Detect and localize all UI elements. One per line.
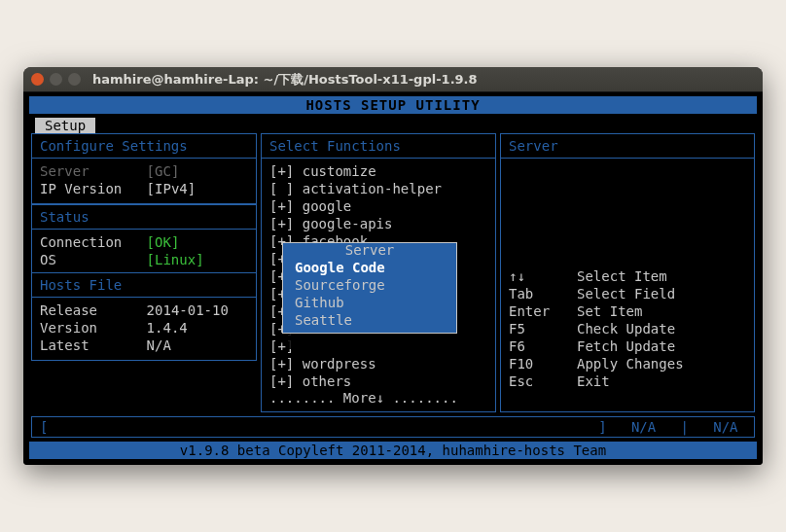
status-conn-label: Connection — [40, 234, 122, 250]
help-key: Esc — [509, 372, 577, 390]
hostsfile-title: Hosts File — [40, 277, 248, 293]
help-key: Enter — [509, 302, 577, 320]
popup-item[interactable]: Sourceforge — [283, 276, 456, 294]
help-row: F6Fetch Update — [509, 337, 746, 355]
help-row: F10Apply Changes — [509, 355, 746, 372]
config-server-row[interactable]: Server [GC] — [40, 162, 248, 180]
app-window: hamhire@hamhire-Lap: ~/下载/HostsTool-x11-… — [23, 67, 763, 465]
help-row: EnterSet Item — [509, 302, 746, 320]
status-right: ] N/A | N/A — [598, 419, 746, 435]
config-ipver-label: IP Version — [40, 181, 122, 196]
status-bar: [ ] N/A | N/A — [31, 416, 755, 438]
configure-settings-title: Configure Settings — [40, 138, 248, 154]
tab-setup[interactable]: Setup — [35, 118, 95, 133]
help-label: Exit — [577, 372, 610, 390]
status-title: Status — [40, 209, 248, 225]
config-ipver-value: [IPv4] — [147, 181, 196, 196]
help-label: Fetch Update — [577, 337, 675, 355]
help-row: F5Check Update — [509, 320, 746, 337]
divider — [32, 272, 256, 273]
divider — [32, 297, 256, 298]
help-key: Tab — [509, 285, 577, 302]
server-help-panel: Server ↑↓Select ItemTabSelect FieldEnter… — [500, 133, 755, 412]
popup-item[interactable]: Google Code — [283, 259, 456, 276]
help-list: ↑↓Select ItemTabSelect FieldEnterSet Ite… — [509, 267, 746, 390]
function-item[interactable]: [+] others — [269, 372, 487, 390]
popup-item[interactable]: Github — [283, 294, 456, 311]
divider — [32, 229, 256, 230]
window-maximize-button[interactable] — [68, 73, 81, 86]
app-header: HOSTS SETUP UTILITY — [29, 96, 757, 114]
hf-latest-row: Latest N/A — [40, 337, 248, 354]
window-title: hamhire@hamhire-Lap: ~/下载/HostsTool-x11-… — [92, 71, 478, 89]
divider — [262, 158, 495, 159]
left-column: Configure Settings Server [GC] IP Versio… — [29, 133, 259, 412]
config-server-value: [GC] — [147, 163, 180, 179]
function-item[interactable]: [+] google — [269, 197, 487, 215]
panels: Configure Settings Server [GC] IP Versio… — [29, 133, 757, 412]
help-key: F10 — [509, 355, 577, 372]
select-functions-title: Select Functions — [269, 138, 487, 154]
help-key: F6 — [509, 337, 577, 355]
help-label: Check Update — [577, 320, 675, 337]
help-key: ↑↓ — [509, 267, 577, 285]
popup-body: Server Google CodeSourceforgeGithubSeatt… — [282, 242, 457, 334]
status-conn-row: Connection [OK] — [40, 233, 248, 251]
hf-version-label: Version — [40, 320, 97, 336]
divider — [32, 158, 256, 159]
footer: v1.9.8 beta Copyleft 2011-2014, huhamhir… — [29, 442, 757, 459]
help-label: Select Item — [577, 267, 667, 285]
hf-latest-value: N/A — [147, 337, 171, 353]
server-spacer — [509, 162, 746, 267]
hf-version-value: 1.4.4 — [147, 320, 188, 336]
help-row: EscExit — [509, 372, 746, 390]
help-label: Apply Changes — [577, 355, 684, 372]
titlebar[interactable]: hamhire@hamhire-Lap: ~/下载/HostsTool-x11-… — [23, 67, 763, 92]
status-conn-value: [OK] — [147, 234, 180, 250]
help-row: ↑↓Select Item — [509, 267, 746, 285]
status-panel: Status Connection [OK] OS [Linux] Hosts … — [31, 204, 257, 361]
server-popup[interactable]: Server Google CodeSourceforgeGithubSeatt… — [282, 242, 457, 334]
config-ipver-row[interactable]: IP Version [IPv4] — [40, 180, 248, 197]
help-row: TabSelect Field — [509, 285, 746, 302]
popup-item[interactable]: Seattle — [283, 311, 456, 329]
status-left-bracket: [ — [40, 419, 48, 435]
function-item[interactable]: [+] google-apis — [269, 215, 487, 232]
help-label: Select Field — [577, 285, 675, 302]
hf-latest-label: Latest — [40, 337, 89, 353]
window-close-button[interactable] — [31, 73, 44, 86]
popup-title: Server — [283, 242, 456, 258]
status-os-value: [Linux] — [147, 252, 204, 267]
popup-items: Google CodeSourceforgeGithubSeattle — [283, 259, 456, 329]
config-server-label: Server — [40, 163, 89, 179]
tab-row: Setup — [29, 114, 757, 133]
hf-release-value: 2014-01-10 — [147, 302, 229, 318]
help-label: Set Item — [577, 302, 642, 320]
status-os-label: OS — [40, 252, 56, 267]
hf-release-label: Release — [40, 302, 97, 318]
function-item[interactable]: [+] wordpress — [269, 355, 487, 372]
help-key: F5 — [509, 320, 577, 337]
hf-release-row: Release 2014-01-10 — [40, 301, 248, 319]
hf-version-row: Version 1.4.4 — [40, 319, 248, 337]
functions-more[interactable]: ........ More↓ ........ — [269, 390, 487, 406]
terminal-area: HOSTS SETUP UTILITY Setup Configure Sett… — [23, 92, 763, 465]
divider — [501, 158, 754, 159]
server-panel-title: Server — [509, 138, 746, 154]
configure-settings-panel: Configure Settings Server [GC] IP Versio… — [31, 133, 257, 204]
function-item[interactable]: [ ] activation-helper — [269, 180, 487, 197]
status-os-row: OS [Linux] — [40, 251, 248, 268]
function-item[interactable]: [+] customize — [269, 162, 487, 180]
window-minimize-button[interactable] — [50, 73, 62, 86]
